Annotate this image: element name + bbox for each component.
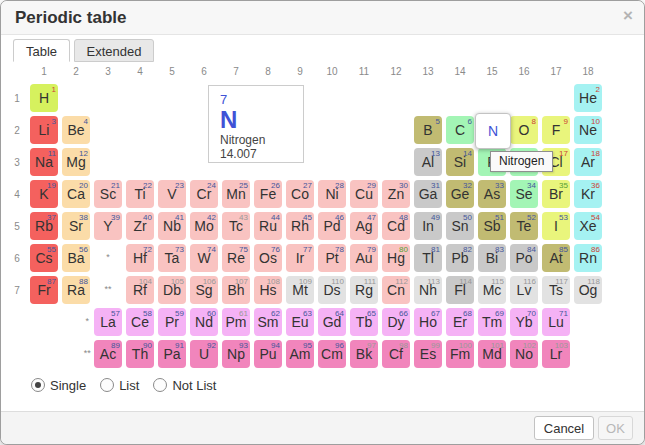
element-cell-Mn[interactable]: Mn25 [222, 180, 250, 208]
radio-icon[interactable] [100, 378, 114, 392]
element-cell-Fm[interactable]: Fm100 [446, 340, 474, 368]
element-cell-Bh[interactable]: Bh107 [222, 276, 250, 304]
element-cell-Tm[interactable]: Tm69 [478, 308, 506, 336]
element-cell-Md[interactable]: Md101 [478, 340, 506, 368]
element-cell-Xe[interactable]: Xe54 [574, 212, 602, 240]
element-cell-He[interactable]: He2 [574, 84, 602, 112]
element-cell-Lr[interactable]: Lr103 [542, 340, 570, 368]
element-cell-As[interactable]: As33 [478, 180, 506, 208]
element-cell-Be[interactable]: Be4 [62, 116, 90, 144]
element-cell-Si[interactable]: Si14 [446, 148, 474, 176]
element-cell-Er[interactable]: Er68 [446, 308, 474, 336]
element-cell-Mo[interactable]: Mo42 [190, 212, 218, 240]
element-cell-Nh[interactable]: Nh113 [414, 276, 442, 304]
element-cell-Pb[interactable]: Pb82 [446, 244, 474, 272]
element-cell-Bi[interactable]: Bi83 [478, 244, 506, 272]
element-cell-Sg[interactable]: Sg106 [190, 276, 218, 304]
element-cell-Nd[interactable]: Nd60 [190, 308, 218, 336]
element-cell-N[interactable]: N [475, 113, 511, 149]
element-cell-Mg[interactable]: Mg12 [62, 148, 90, 176]
element-cell-O[interactable]: O8 [510, 116, 538, 144]
ok-button[interactable]: OK [598, 416, 633, 440]
element-cell-W[interactable]: W74 [190, 244, 218, 272]
element-cell-At[interactable]: At85 [542, 244, 570, 272]
element-cell-Rf[interactable]: Rf104 [126, 276, 154, 304]
element-cell-Li[interactable]: Li3 [30, 116, 58, 144]
element-cell-Ca[interactable]: Ca20 [62, 180, 90, 208]
element-cell-F[interactable]: F9 [542, 116, 570, 144]
element-cell-Cr[interactable]: Cr24 [190, 180, 218, 208]
element-cell-Br[interactable]: Br35 [542, 180, 570, 208]
element-cell-Sm[interactable]: Sm62 [254, 308, 282, 336]
element-cell-Ho[interactable]: Ho67 [414, 308, 442, 336]
element-cell-Zr[interactable]: Zr40 [126, 212, 154, 240]
element-cell-Rg[interactable]: Rg111 [350, 276, 378, 304]
element-cell-Rh[interactable]: Rh45 [286, 212, 314, 240]
element-cell-Pt[interactable]: Pt78 [318, 244, 346, 272]
element-cell-Al[interactable]: Al13 [414, 148, 442, 176]
element-cell-V[interactable]: V23 [158, 180, 186, 208]
element-cell-Mc[interactable]: Mc115 [478, 276, 506, 304]
cancel-button[interactable]: Cancel [534, 416, 594, 440]
element-cell-Au[interactable]: Au79 [350, 244, 378, 272]
element-cell-Cs[interactable]: Cs55 [30, 244, 58, 272]
element-cell-Ba[interactable]: Ba56 [62, 244, 90, 272]
element-cell-Th[interactable]: Th90 [126, 340, 154, 368]
radio-icon[interactable] [31, 378, 45, 392]
element-cell-Tb[interactable]: Tb65 [350, 308, 378, 336]
element-cell-K[interactable]: K19 [30, 180, 58, 208]
element-cell-Gd[interactable]: Gd64 [318, 308, 346, 336]
radio-list[interactable]: List [100, 378, 139, 393]
element-cell-Zn[interactable]: Zn30 [382, 180, 410, 208]
element-cell-Nb[interactable]: Nb41 [158, 212, 186, 240]
element-cell-Ta[interactable]: Ta73 [158, 244, 186, 272]
element-cell-Cm[interactable]: Cm96 [318, 340, 346, 368]
element-cell-Lv[interactable]: Lv116 [510, 276, 538, 304]
element-cell-Ga[interactable]: Ga31 [414, 180, 442, 208]
element-cell-Ru[interactable]: Ru44 [254, 212, 282, 240]
element-cell-Rb[interactable]: Rb37 [30, 212, 58, 240]
element-cell-Tl[interactable]: Tl81 [414, 244, 442, 272]
element-cell-Am[interactable]: Am95 [286, 340, 314, 368]
element-cell-In[interactable]: In49 [414, 212, 442, 240]
radio-single[interactable]: Single [31, 378, 86, 393]
element-cell-U[interactable]: U92 [190, 340, 218, 368]
element-cell-Yb[interactable]: Yb70 [510, 308, 538, 336]
element-cell-Ar[interactable]: Ar18 [574, 148, 602, 176]
element-cell-Og[interactable]: Og118 [574, 276, 602, 304]
element-cell-Np[interactable]: Np93 [222, 340, 250, 368]
element-cell-Na[interactable]: Na11 [30, 148, 58, 176]
element-cell-Sc[interactable]: Sc21 [94, 180, 122, 208]
element-cell-Ir[interactable]: Ir77 [286, 244, 314, 272]
element-cell-Ti[interactable]: Ti22 [126, 180, 154, 208]
element-cell-Ac[interactable]: Ac89 [94, 340, 122, 368]
radio-not-list[interactable]: Not List [153, 378, 216, 393]
element-cell-Pa[interactable]: Pa91 [158, 340, 186, 368]
element-cell-Hf[interactable]: Hf72 [126, 244, 154, 272]
element-cell-Ag[interactable]: Ag47 [350, 212, 378, 240]
element-cell-Po[interactable]: Po84 [510, 244, 538, 272]
radio-icon[interactable] [153, 378, 167, 392]
element-cell-Ni[interactable]: Ni28 [318, 180, 346, 208]
element-cell-Hs[interactable]: Hs108 [254, 276, 282, 304]
element-cell-Ge[interactable]: Ge32 [446, 180, 474, 208]
element-cell-Sb[interactable]: Sb51 [478, 212, 506, 240]
element-cell-Lu[interactable]: Lu71 [542, 308, 570, 336]
element-cell-No[interactable]: No102 [510, 340, 538, 368]
element-cell-Te[interactable]: Te52 [510, 212, 538, 240]
element-cell-Ce[interactable]: Ce58 [126, 308, 154, 336]
element-cell-Cf[interactable]: Cf98 [382, 340, 410, 368]
element-cell-Ts[interactable]: Ts117 [542, 276, 570, 304]
element-cell-Dy[interactable]: Dy66 [382, 308, 410, 336]
element-cell-Cu[interactable]: Cu29 [350, 180, 378, 208]
element-cell-Pu[interactable]: Pu94 [254, 340, 282, 368]
element-cell-Pr[interactable]: Pr59 [158, 308, 186, 336]
element-cell-Ds[interactable]: Ds110 [318, 276, 346, 304]
element-cell-Fr[interactable]: Fr87 [30, 276, 58, 304]
element-cell-Es[interactable]: Es99 [414, 340, 442, 368]
element-cell-Ra[interactable]: Ra88 [62, 276, 90, 304]
element-cell-Kr[interactable]: Kr36 [574, 180, 602, 208]
element-cell-Eu[interactable]: Eu63 [286, 308, 314, 336]
element-cell-Cn[interactable]: Cn112 [382, 276, 410, 304]
element-cell-Rn[interactable]: Rn86 [574, 244, 602, 272]
